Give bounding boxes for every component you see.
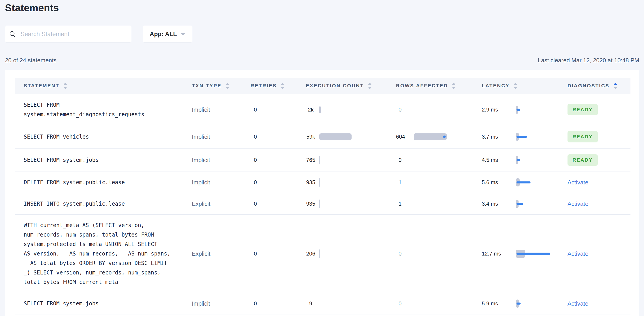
txn-type-value: Implicit (192, 300, 210, 307)
latency-value: 3.4 ms (482, 201, 511, 207)
statement-link[interactable]: SELECT FROM system.jobs (24, 155, 172, 165)
table-body: SELECT FROM system.statement_diagnostics… (15, 94, 630, 316)
column-header-latency[interactable]: Latency (482, 82, 517, 89)
rows-affected-stddev-dot (443, 136, 446, 138)
latency-stddev-bar (516, 182, 530, 184)
page-title: Statements (5, 2, 639, 14)
diagnostics-ready-badge: READY (568, 154, 598, 166)
column-header-label: Txn Type (192, 83, 222, 89)
statement-link[interactable]: WITH current_meta AS (SELECT version, nu… (24, 220, 172, 287)
statements-card: StatementTxn TypeRetriesExecution CountR… (5, 70, 639, 316)
sort-arrows-icon (368, 82, 372, 89)
latency-stddev-bar (516, 136, 527, 138)
sort-desc-icon (368, 87, 372, 89)
search-statement-box[interactable] (5, 26, 131, 42)
column-header-label: Retries (250, 83, 277, 89)
diagnostics-activate-link[interactable]: Activate (568, 300, 588, 307)
rows-affected-value: 604 (396, 134, 404, 140)
execution-count-value: 765 (306, 157, 316, 163)
execution-count-value: 935 (306, 201, 316, 207)
rows-affected-value: 0 (396, 106, 404, 113)
search-icon (10, 31, 16, 37)
statement-link[interactable]: SELECT FROM vehicles (24, 132, 172, 142)
diagnostics-activate-link[interactable]: Activate (568, 179, 588, 186)
retries-value: 0 (254, 250, 257, 257)
column-header-statement[interactable]: Statement (24, 82, 67, 89)
execution-count-bar (319, 106, 321, 113)
txn-type-value: Implicit (192, 134, 210, 140)
sort-asc-icon (514, 82, 517, 85)
sort-desc-icon (452, 87, 456, 89)
execution-count-value: 935 (306, 179, 316, 186)
execution-count-bar (319, 250, 320, 258)
retries-value: 0 (254, 134, 257, 140)
column-header-retries[interactable]: Retries (250, 82, 284, 89)
diagnostics-activate-link[interactable]: Activate (568, 250, 588, 257)
latency-value: 4.5 ms (482, 157, 511, 163)
app-filter-dropdown[interactable]: App: ALL (143, 26, 192, 42)
table-row: WITH current_meta AS (SELECT version, nu… (15, 215, 630, 293)
sort-arrows-icon (452, 82, 456, 89)
table-row: SELECT FROM vehiclesImplicit059k6043.7 m… (15, 125, 630, 148)
sort-asc-icon (64, 82, 67, 85)
sort-arrows-icon (281, 82, 284, 89)
retries-value: 0 (254, 106, 257, 113)
sort-desc-icon (614, 87, 617, 89)
sort-arrows-icon (514, 82, 517, 89)
execution-count-bar (319, 178, 320, 187)
rows-affected-value: 0 (396, 157, 404, 163)
statement-link[interactable]: SELECT FROM system.jobs (24, 299, 172, 308)
sort-desc-icon (281, 87, 284, 89)
rows-affected-bar (414, 178, 414, 187)
column-header-label: Rows Affected (396, 83, 448, 89)
sort-desc-icon (226, 87, 229, 89)
sort-arrows-icon (64, 82, 67, 89)
sort-asc-icon (368, 82, 372, 85)
txn-type-value: Implicit (192, 106, 210, 113)
execution-count-value: 2k (306, 106, 316, 113)
diagnostics-activate-link[interactable]: Activate (568, 200, 588, 207)
execution-count-bar (319, 156, 320, 164)
search-input[interactable] (20, 31, 126, 38)
statement-link[interactable]: DELETE FROM system.public.lease (24, 178, 172, 187)
statements-page: Statements App: ALL 20 of 24 statements … (0, 0, 644, 316)
column-header-txn-type[interactable]: Txn Type (192, 82, 229, 89)
latency-stddev-bar (516, 203, 523, 205)
rows-affected-value: 1 (396, 201, 404, 207)
column-header-label: Execution Count (306, 83, 364, 89)
latency-stddev-bar (516, 159, 520, 161)
txn-type-value: Explicit (192, 250, 210, 257)
column-header-execution-count[interactable]: Execution Count (306, 82, 372, 89)
txn-type-value: Implicit (192, 179, 210, 186)
sort-arrows-icon (226, 82, 229, 89)
rows-affected-bar (414, 134, 447, 140)
rows-affected-value: 1 (396, 179, 404, 186)
txn-type-value: Implicit (192, 157, 210, 164)
statements-table: StatementTxn TypeRetriesExecution CountR… (15, 78, 630, 316)
table-header-row: StatementTxn TypeRetriesExecution CountR… (15, 78, 630, 94)
execution-count-value: 206 (306, 250, 316, 257)
table-row: SELECT FROM system.jobsImplicit0905.9 ms… (15, 293, 630, 314)
last-cleared-text: Last cleared Mar 12, 2020 at 10:48 PM (538, 57, 640, 64)
execution-count-bar (319, 134, 352, 140)
statement-link[interactable]: INSERT INTO system.public.lease (24, 199, 172, 208)
column-header-rows-affected[interactable]: Rows Affected (396, 82, 456, 89)
latency-value: 3.7 ms (482, 134, 511, 140)
execution-count-bar (319, 200, 320, 208)
sort-asc-icon (614, 82, 617, 85)
rows-affected-bar (414, 200, 414, 208)
txn-type-value: Explicit (192, 200, 210, 207)
column-header-label: Latency (482, 83, 510, 89)
sort-arrows-icon (614, 82, 617, 89)
diagnostics-ready-badge: READY (568, 104, 598, 115)
table-row: SELECT FROM system.statement_diagnostics… (15, 94, 630, 125)
table-row: DELETE FROM system.public.leaseImplicit0… (15, 172, 630, 193)
retries-value: 0 (254, 157, 257, 163)
retries-value: 0 (254, 179, 257, 185)
latency-stddev-bar (516, 109, 520, 111)
latency-value: 5.6 ms (482, 179, 511, 186)
sort-desc-icon (64, 87, 67, 89)
statement-link[interactable]: SELECT FROM system.statement_diagnostics… (24, 100, 172, 119)
column-header-diagnostics[interactable]: Diagnostics (568, 82, 617, 89)
chevron-down-icon (180, 33, 186, 36)
